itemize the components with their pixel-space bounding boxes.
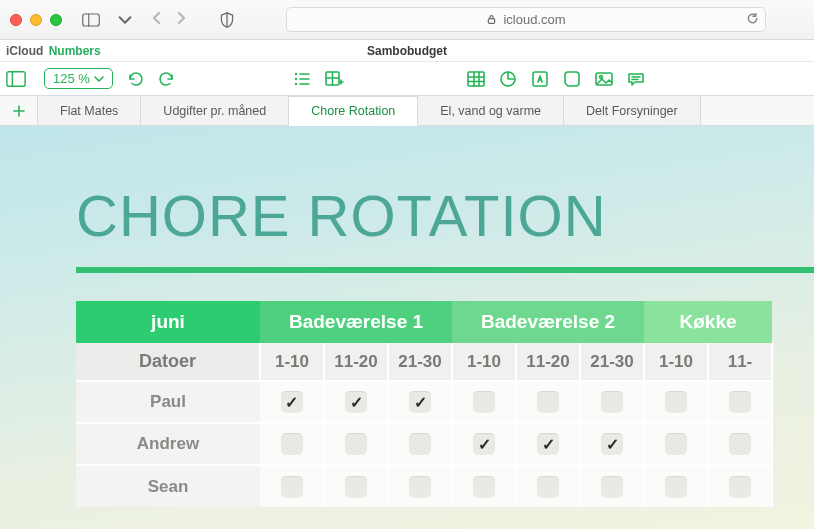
image-icon[interactable] bbox=[594, 69, 614, 89]
undo-button[interactable] bbox=[125, 69, 145, 89]
checkbox-cell[interactable] bbox=[260, 465, 324, 507]
checkbox[interactable] bbox=[409, 433, 431, 455]
dates-label[interactable]: Datoer bbox=[76, 343, 260, 381]
checkbox[interactable] bbox=[281, 476, 303, 498]
text-icon[interactable] bbox=[530, 69, 550, 89]
date-header[interactable]: 1-10 bbox=[644, 343, 708, 381]
checkbox-cell[interactable] bbox=[452, 381, 516, 423]
zoom-select[interactable]: 125 % bbox=[44, 68, 113, 89]
spreadsheet-canvas[interactable]: Chore Rotation juni Badeværelse 1 Badevæ… bbox=[0, 126, 814, 529]
checkbox[interactable] bbox=[345, 476, 367, 498]
checkbox[interactable] bbox=[601, 433, 623, 455]
sheet-tabs: Flat MatesUdgifter pr. månedChore Rotati… bbox=[0, 96, 814, 126]
date-header[interactable]: 21-30 bbox=[580, 343, 644, 381]
checkbox[interactable] bbox=[281, 391, 303, 413]
checkbox[interactable] bbox=[537, 433, 559, 455]
checkbox-cell[interactable] bbox=[388, 465, 452, 507]
redo-button[interactable] bbox=[157, 69, 177, 89]
checkbox-cell[interactable] bbox=[644, 423, 708, 465]
row-name[interactable]: Paul bbox=[76, 381, 260, 423]
checkbox[interactable] bbox=[537, 476, 559, 498]
checkbox-cell[interactable] bbox=[708, 465, 772, 507]
checkbox[interactable] bbox=[281, 433, 303, 455]
header-group-3[interactable]: Køkke bbox=[644, 301, 772, 343]
list-view-icon[interactable] bbox=[292, 69, 312, 89]
checkbox-cell[interactable] bbox=[644, 465, 708, 507]
checkbox[interactable] bbox=[729, 391, 751, 413]
checkbox-cell[interactable] bbox=[388, 381, 452, 423]
checkbox[interactable] bbox=[345, 391, 367, 413]
forward-button[interactable] bbox=[174, 11, 188, 29]
sheet-tab-0[interactable]: Flat Mates bbox=[38, 96, 141, 125]
checkbox[interactable] bbox=[665, 391, 687, 413]
insert-table-icon[interactable] bbox=[324, 69, 344, 89]
checkbox[interactable] bbox=[665, 476, 687, 498]
date-header[interactable]: 21-30 bbox=[388, 343, 452, 381]
zoom-window-button[interactable] bbox=[50, 14, 62, 26]
date-header[interactable]: 1-10 bbox=[452, 343, 516, 381]
reload-button[interactable] bbox=[746, 12, 759, 28]
close-window-button[interactable] bbox=[10, 14, 22, 26]
checkbox-cell[interactable] bbox=[516, 381, 580, 423]
checkbox[interactable] bbox=[473, 433, 495, 455]
shape-icon[interactable] bbox=[562, 69, 582, 89]
chart-icon[interactable] bbox=[498, 69, 518, 89]
checkbox-cell[interactable] bbox=[580, 381, 644, 423]
checkbox-cell[interactable] bbox=[388, 423, 452, 465]
sheet-tab-3[interactable]: El, vand og varme bbox=[418, 96, 564, 125]
checkbox[interactable] bbox=[473, 476, 495, 498]
privacy-shield-icon[interactable] bbox=[214, 10, 240, 30]
comment-icon[interactable] bbox=[626, 69, 646, 89]
header-group-1[interactable]: Badeværelse 1 bbox=[260, 301, 452, 343]
tab-overview-chevron[interactable] bbox=[112, 10, 138, 30]
minimize-window-button[interactable] bbox=[30, 14, 42, 26]
checkbox-cell[interactable] bbox=[324, 381, 388, 423]
document-title: Sambobudget bbox=[367, 44, 447, 58]
brand-icloud[interactable]: iCloud bbox=[6, 44, 43, 58]
date-header[interactable]: 1-10 bbox=[260, 343, 324, 381]
checkbox[interactable] bbox=[601, 391, 623, 413]
checkbox-cell[interactable] bbox=[324, 465, 388, 507]
header-group-2[interactable]: Badeværelse 2 bbox=[452, 301, 644, 343]
checkbox-cell[interactable] bbox=[708, 423, 772, 465]
back-button[interactable] bbox=[150, 11, 164, 29]
date-header[interactable]: 11-20 bbox=[324, 343, 388, 381]
chore-table[interactable]: juni Badeværelse 1 Badeværelse 2 Køkke D… bbox=[76, 301, 773, 507]
sidepanel-toggle-icon[interactable] bbox=[6, 69, 26, 89]
checkbox-cell[interactable] bbox=[452, 423, 516, 465]
checkbox-cell[interactable] bbox=[324, 423, 388, 465]
sheet-tab-2[interactable]: Chore Rotation bbox=[289, 96, 418, 126]
checkbox-cell[interactable] bbox=[580, 465, 644, 507]
checkbox-cell[interactable] bbox=[452, 465, 516, 507]
row-name[interactable]: Sean bbox=[76, 465, 260, 507]
checkbox-cell[interactable] bbox=[580, 423, 644, 465]
header-month[interactable]: juni bbox=[76, 301, 260, 343]
date-header[interactable]: 11- bbox=[708, 343, 772, 381]
sheet-tab-4[interactable]: Delt Forsyninger bbox=[564, 96, 701, 125]
checkbox-cell[interactable] bbox=[708, 381, 772, 423]
checkbox-cell[interactable] bbox=[644, 381, 708, 423]
checkbox-cell[interactable] bbox=[260, 381, 324, 423]
checkbox[interactable] bbox=[665, 433, 687, 455]
address-bar[interactable]: icloud.com bbox=[286, 7, 766, 32]
checkbox-cell[interactable] bbox=[516, 465, 580, 507]
checkbox[interactable] bbox=[409, 476, 431, 498]
row-name[interactable]: Andrew bbox=[76, 423, 260, 465]
svg-rect-22 bbox=[533, 72, 547, 86]
checkbox[interactable] bbox=[729, 433, 751, 455]
checkbox[interactable] bbox=[601, 476, 623, 498]
date-header[interactable]: 11-20 bbox=[516, 343, 580, 381]
add-sheet-button[interactable] bbox=[0, 96, 38, 125]
svg-rect-0 bbox=[83, 14, 100, 26]
checkbox[interactable] bbox=[473, 391, 495, 413]
brand-numbers[interactable]: Numbers bbox=[49, 44, 101, 58]
table-icon[interactable] bbox=[466, 69, 486, 89]
sidebar-toggle-button[interactable] bbox=[78, 10, 104, 30]
checkbox[interactable] bbox=[345, 433, 367, 455]
sheet-tab-1[interactable]: Udgifter pr. måned bbox=[141, 96, 289, 125]
checkbox[interactable] bbox=[729, 476, 751, 498]
checkbox[interactable] bbox=[537, 391, 559, 413]
checkbox-cell[interactable] bbox=[260, 423, 324, 465]
checkbox[interactable] bbox=[409, 391, 431, 413]
checkbox-cell[interactable] bbox=[516, 423, 580, 465]
